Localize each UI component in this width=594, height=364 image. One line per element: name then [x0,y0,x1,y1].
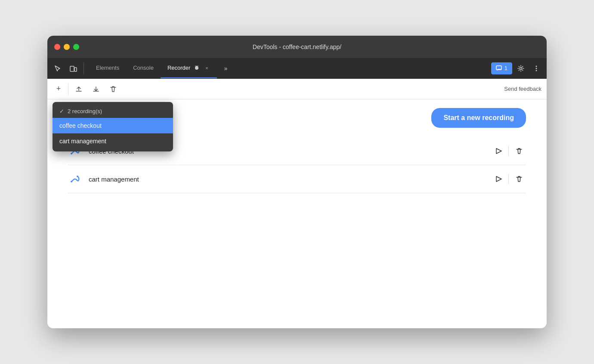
devtools-toolbar: Elements Console Recorder × » [47,58,547,79]
delete-recording-button[interactable] [106,82,120,96]
settings-button[interactable] [514,62,528,75]
tab-list: Elements Console Recorder × [89,58,217,78]
dropdown-header: ✓ 2 recording(s) [53,105,173,118]
checkmark-icon: ✓ [59,108,64,114]
upload-icon [75,85,83,93]
svg-point-6 [536,68,537,69]
cursor-icon [54,65,62,72]
upload-button[interactable] [72,82,86,96]
download-icon [92,85,100,93]
play-button-cart-management[interactable] [491,172,505,186]
play-icon [494,147,502,155]
svg-point-4 [520,67,522,69]
svg-point-7 [536,70,537,71]
title-bar: DevTools - coffee-cart.netlify.app/ [47,36,547,58]
actions-divider [508,174,509,184]
device-toggle-button[interactable] [66,62,80,75]
toolbar-divider-1 [84,62,84,74]
inspect-element-button[interactable] [51,62,65,75]
delete-button-cart-management[interactable] [512,172,526,186]
recording-item: cart management [68,165,526,193]
devtools-window: DevTools - coffee-cart.netlify.app/ Elem… [47,36,547,328]
tab-console[interactable]: Console [126,58,161,78]
svg-rect-1 [74,68,77,71]
svg-point-5 [536,65,537,67]
tab-recorder-close[interactable]: × [203,65,210,71]
trash-icon [515,147,523,155]
maximize-button[interactable] [73,44,79,50]
recording-actions-cart-management [491,172,526,186]
recording-name-cart-management: cart management [89,176,484,183]
trash-icon [515,175,523,183]
dropdown-item-cart-management[interactable]: cart management [53,133,173,149]
actions-divider [508,146,509,156]
rec-toolbar-divider [68,83,68,95]
send-feedback-link[interactable]: Send feedback [504,86,541,92]
trash-icon [109,85,117,93]
recorder-toolbar: + ✓ 2 recording(s) coffee checkout cart … [47,79,547,99]
recording-icon-cart-management [68,172,82,186]
comment-icon [496,65,502,71]
device-icon [69,65,77,72]
start-recording-button[interactable]: Start a new recording [431,108,526,128]
add-recording-button[interactable]: + [53,83,65,95]
squiggle-icon [69,173,81,185]
tab-recorder[interactable]: Recorder × [161,58,217,78]
minimize-button[interactable] [64,44,70,50]
svg-rect-0 [70,66,74,71]
svg-point-8 [71,153,72,154]
gear-icon [517,65,525,72]
dropdown-trigger-area: + ✓ 2 recording(s) coffee checkout cart … [53,83,65,95]
recordings-dropdown: ✓ 2 recording(s) coffee checkout cart ma… [53,102,173,151]
content-area: + ✓ 2 recording(s) coffee checkout cart … [47,79,547,328]
dropdown-item-coffee-checkout[interactable]: coffee checkout [53,118,173,133]
svg-point-2 [195,66,198,70]
feedback-count-button[interactable]: 1 [491,62,512,74]
recording-actions-coffee-checkout [491,144,526,158]
delete-button-coffee-checkout[interactable] [512,144,526,158]
svg-point-11 [77,176,78,177]
close-button[interactable] [54,44,60,50]
window-title: DevTools - coffee-cart.netlify.app/ [253,43,341,50]
download-button[interactable] [89,82,103,96]
tab-overflow-button[interactable]: » [219,62,232,75]
play-icon [494,175,502,183]
traffic-lights [54,44,79,50]
recorder-tab-icon [194,65,200,71]
play-button-coffee-checkout[interactable] [491,144,505,158]
more-dots-icon [532,65,540,72]
svg-point-10 [71,181,72,182]
more-button[interactable] [529,62,543,75]
tab-elements[interactable]: Elements [89,58,126,78]
